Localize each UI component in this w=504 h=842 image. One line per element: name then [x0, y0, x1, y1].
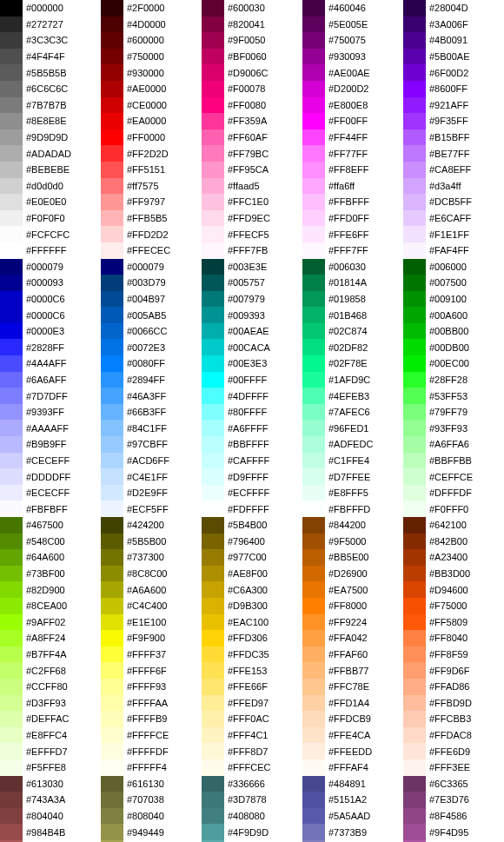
color-cell[interactable]: #FFE6D9 [403, 743, 504, 759]
color-cell[interactable]: #737300 [101, 549, 202, 566]
color-cell[interactable]: #000000 [0, 0, 101, 17]
color-cell[interactable]: #D94600 [403, 581, 504, 598]
color-cell[interactable]: #FFF3EE [403, 759, 504, 776]
color-cell[interactable]: #DCB5FF [403, 194, 504, 210]
color-cell[interactable]: #FF8EFF [302, 162, 403, 178]
color-cell[interactable]: #D26900 [302, 566, 403, 582]
color-cell[interactable]: #921AFF [403, 97, 504, 114]
color-cell[interactable]: #BF0060 [202, 49, 302, 65]
color-cell[interactable]: #5151A2 [302, 792, 403, 808]
color-cell[interactable]: #00CACA [202, 339, 302, 355]
color-cell[interactable]: #5B5B00 [101, 534, 202, 550]
color-cell[interactable]: #DEFFAC [0, 711, 101, 727]
color-cell[interactable]: #A6FFA6 [403, 436, 504, 453]
color-cell[interactable]: #600000 [101, 32, 202, 49]
color-cell[interactable]: #B9B9FF [0, 436, 101, 453]
color-cell[interactable]: #1AFD9C [302, 372, 403, 388]
color-cell[interactable]: #FF9224 [302, 614, 403, 631]
color-cell[interactable]: #FBFFFD [302, 501, 403, 517]
color-cell[interactable]: #FFFFF4 [101, 759, 202, 776]
color-cell[interactable]: #4EFEB3 [302, 388, 403, 404]
color-cell[interactable]: #D9FFFF [202, 468, 302, 485]
color-cell[interactable]: #D3FF93 [0, 695, 101, 712]
color-cell[interactable]: #7E3D76 [403, 792, 504, 808]
color-cell[interactable]: #F9F900 [101, 630, 202, 646]
color-cell[interactable]: #FF5809 [403, 614, 504, 631]
color-cell[interactable]: #FFFF37 [101, 646, 202, 663]
color-cell[interactable]: #00A600 [403, 307, 504, 323]
color-cell[interactable]: #808040 [101, 808, 202, 825]
color-cell[interactable]: #FCFCFC [0, 226, 101, 242]
color-cell[interactable]: #FFA042 [302, 630, 403, 646]
color-cell[interactable]: #006030 [302, 259, 403, 275]
color-cell[interactable]: #007500 [403, 275, 504, 291]
color-cell[interactable]: #FF9797 [101, 194, 202, 210]
color-cell[interactable]: #FFECEC [101, 242, 202, 259]
color-cell[interactable]: #84C1FF [101, 420, 202, 436]
color-cell[interactable]: #F5FFE8 [0, 759, 101, 776]
color-cell[interactable]: #6C6C6C [0, 81, 101, 97]
color-cell[interactable]: #930093 [302, 49, 403, 65]
color-cell[interactable]: #7D7DFF [0, 388, 101, 404]
color-cell[interactable]: #d3a4ff [403, 178, 504, 195]
color-cell[interactable]: #0072E3 [101, 339, 202, 355]
color-cell[interactable]: #00DB00 [403, 339, 504, 355]
color-cell[interactable]: #B7FF4A [0, 646, 101, 663]
color-cell[interactable]: #003D79 [101, 275, 202, 291]
color-cell[interactable]: #EFFFD7 [0, 743, 101, 759]
color-cell[interactable]: #984B4B [0, 824, 101, 840]
color-cell[interactable]: #E800E8 [302, 97, 403, 114]
color-cell[interactable]: #FFDC35 [202, 646, 302, 663]
color-cell[interactable]: #FF00FF [302, 113, 403, 129]
color-cell[interactable]: #FBFBFF [0, 501, 101, 517]
color-cell[interactable]: #FF2D2D [101, 145, 202, 162]
color-cell[interactable]: #6C3365 [403, 776, 504, 792]
color-cell[interactable]: #F00078 [202, 81, 302, 97]
color-cell[interactable]: #019858 [302, 291, 403, 308]
color-cell[interactable]: #FFB5B5 [101, 210, 202, 227]
color-cell[interactable]: #53FF53 [403, 388, 504, 404]
color-cell[interactable]: #7B7B7B [0, 97, 101, 114]
color-cell[interactable]: #D7FFEE [302, 468, 403, 485]
color-cell[interactable]: #CAFFFF [202, 453, 302, 469]
color-cell[interactable]: #8C8C00 [101, 566, 202, 582]
color-cell[interactable]: #FF8F59 [403, 646, 504, 663]
color-cell[interactable]: #C2FF68 [0, 662, 101, 679]
color-cell[interactable]: #CA8EFF [403, 162, 504, 178]
color-cell[interactable]: #80FFFF [202, 404, 302, 421]
color-cell[interactable]: #5B5B5B [0, 64, 101, 81]
color-cell[interactable]: #4F4F4F [0, 49, 101, 65]
color-cell[interactable]: #E6CAFF [403, 210, 504, 227]
color-cell[interactable]: #E0E0E0 [0, 194, 101, 210]
color-cell[interactable]: #FF5151 [101, 162, 202, 178]
color-cell[interactable]: #D9B300 [202, 598, 302, 614]
color-cell[interactable]: #D200D2 [302, 81, 403, 97]
color-cell[interactable]: #FFE4CA [302, 727, 403, 744]
color-cell[interactable]: #FF0080 [202, 97, 302, 114]
color-cell[interactable]: #FFBFFF [302, 194, 403, 210]
color-cell[interactable]: #FF8000 [302, 598, 403, 614]
color-cell[interactable]: #FFFCEC [202, 759, 302, 776]
color-cell[interactable]: #F1E1FF [403, 226, 504, 242]
color-cell[interactable]: #ffa6ff [302, 178, 403, 195]
color-cell[interactable]: #CEFFCE [403, 468, 504, 485]
color-cell[interactable]: #4F9D9D [202, 824, 302, 840]
color-cell[interactable]: #BBFFBB [403, 453, 504, 469]
color-cell[interactable]: #FFFFAA [101, 695, 202, 712]
color-cell[interactable]: #844200 [302, 517, 403, 534]
color-cell[interactable]: #977C00 [202, 549, 302, 566]
color-cell[interactable]: #4A4AFF [0, 355, 101, 372]
color-cell[interactable]: #743A3A [0, 792, 101, 808]
color-cell[interactable]: #613030 [0, 776, 101, 792]
color-cell[interactable]: #CCFF80 [0, 679, 101, 695]
color-cell[interactable]: #820041 [202, 17, 302, 33]
color-cell[interactable]: #FFD1A4 [302, 695, 403, 712]
color-cell[interactable]: #EA7500 [302, 581, 403, 598]
color-cell[interactable]: #BBFFFF [202, 436, 302, 453]
color-cell[interactable]: #8F4586 [403, 808, 504, 825]
color-cell[interactable]: #DFFFDF [403, 485, 504, 501]
color-cell[interactable]: #BE77FF [403, 145, 504, 162]
color-cell[interactable]: #750075 [302, 32, 403, 49]
color-cell[interactable]: #796400 [202, 534, 302, 550]
color-cell[interactable]: #8600FF [403, 81, 504, 97]
